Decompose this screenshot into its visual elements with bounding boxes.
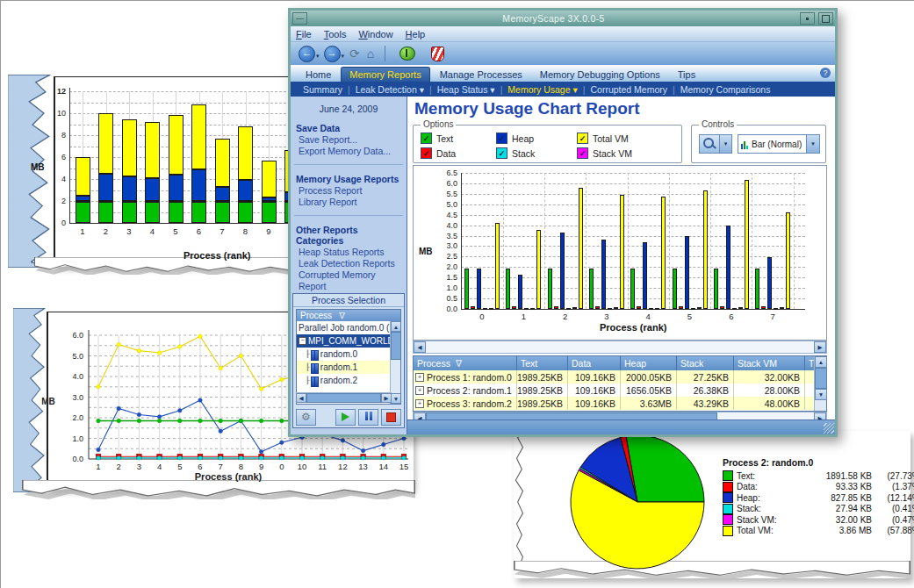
chart-type-select[interactable]: Bar (Normal) ▾ [738, 134, 820, 154]
legend-swatch [723, 504, 733, 514]
column-header-heap[interactable]: Heap [621, 356, 677, 370]
stop-button[interactable] [381, 409, 401, 426]
expand-icon[interactable]: + [415, 373, 424, 382]
halt-button[interactable] [358, 409, 378, 426]
table-row[interactable]: +Process 2: random.11989.25KB109.16KB165… [414, 384, 826, 397]
leak-report-icon[interactable] [431, 47, 444, 61]
process-row[interactable]: ┠random.0 [297, 348, 391, 361]
column-header-text[interactable]: Text [517, 356, 568, 370]
column-header-data[interactable]: Data [568, 356, 621, 370]
help-icon[interactable]: ? [820, 68, 831, 78]
subtab-memory-usage[interactable]: Memory Usage ▾ [507, 84, 577, 95]
subtab-leak-detection[interactable]: Leak Detection ▾ [356, 84, 424, 95]
table-row[interactable]: +Process 1: random.01989.25KB109.16KB200… [414, 370, 826, 384]
zoom-button[interactable] [699, 134, 720, 154]
zoom-dropdown-button[interactable]: ▾ [719, 134, 732, 154]
home-icon[interactable]: ⌂ [367, 47, 374, 61]
scroll-thumb[interactable] [306, 393, 381, 403]
process-row[interactable]: ┠random.1 [297, 361, 391, 374]
checkbox-data[interactable]: ✓ [421, 147, 432, 159]
tree-branch: ┠ [306, 376, 310, 384]
subtab-corrupted-memory[interactable]: Corrupted Memory [590, 84, 667, 95]
minimize-button[interactable] [800, 12, 815, 25]
sidebar-link-leak-detection-reports[interactable]: Leak Detection Reports [299, 258, 401, 269]
filter-icon[interactable]: ∇ [339, 311, 345, 320]
run-button[interactable] [335, 409, 356, 426]
chart-hscrollbar[interactable]: ◀ ▶ [413, 341, 827, 354]
column-header-process[interactable]: Process∇ [414, 356, 517, 370]
process-row[interactable]: −MPI_COMM_WORLD [297, 334, 391, 348]
subtab-summary[interactable]: Summary [303, 84, 342, 95]
table-row[interactable]: +Process 3: random.21989.25KB109.16KB3.6… [414, 397, 826, 410]
forward-button[interactable]: → [324, 46, 341, 62]
scroll-down-icon[interactable]: ▼ [391, 393, 401, 404]
cell-stack_vm: 48.00KB [734, 397, 805, 410]
process-list[interactable]: Process ∇ Parallel Job random.0 (M−MPI_C… [296, 309, 401, 405]
scroll-left-icon[interactable]: ◀ [414, 341, 426, 353]
tab-manage-processes[interactable]: Manage Processes [432, 68, 530, 82]
sidebar-link-save-report-[interactable]: Save Report... [299, 134, 401, 146]
tab-memory-debugging-options[interactable]: Memory Debugging Options [532, 68, 668, 82]
scroll-up-icon[interactable]: ▲ [815, 356, 827, 368]
scroll-thumb[interactable] [391, 332, 401, 360]
option-total-vm[interactable]: ✓Total VM [577, 131, 673, 146]
gridline [69, 103, 291, 104]
menu-tools[interactable]: Tools [324, 29, 347, 39]
gridline [461, 256, 805, 257]
scroll-left-icon[interactable]: ◀ [296, 393, 306, 403]
menu-window[interactable]: Window [358, 29, 392, 39]
tab-home[interactable]: Home [298, 68, 339, 82]
refresh-icon[interactable]: ⟳ [349, 47, 360, 61]
forward-dropdown-icon[interactable]: ▾ [342, 53, 345, 60]
checkbox-text[interactable]: ✓ [421, 133, 432, 144]
window-menu-button[interactable]: — [292, 12, 307, 25]
x-tick-label: 1 [74, 226, 91, 236]
scroll-up-icon[interactable]: ▲ [391, 321, 401, 332]
expand-icon[interactable]: + [415, 399, 424, 408]
option-stack-vm[interactable]: ✓Stack VM [577, 146, 673, 161]
sidebar-link-library-report[interactable]: Library Report [299, 197, 401, 208]
scroll-down-icon[interactable]: ▼ [815, 389, 827, 400]
checkbox-total-vm[interactable]: ✓ [577, 133, 588, 144]
sidebar-link-heap-status-reports[interactable]: Heap Status Reports [299, 247, 401, 258]
process-list-hscrollbar[interactable]: ◀ ▶ [296, 392, 392, 403]
tree-collapse-icon[interactable]: − [299, 337, 306, 345]
table-vscrollbar[interactable]: ▲ ▼ [814, 356, 826, 411]
checkbox-stack-vm[interactable]: ✓ [577, 147, 588, 159]
scroll-right-icon[interactable]: ▶ [381, 393, 392, 403]
process-list-vscrollbar[interactable]: ▲ ▼ [390, 321, 400, 404]
filter-icon[interactable]: ∇ [456, 358, 462, 369]
scroll-right-icon[interactable]: ▶ [814, 341, 826, 353]
sidebar-link-corrupted-memory-report[interactable]: Corrupted Memory Report [299, 269, 401, 292]
option-heap[interactable]: ✓Heap [496, 131, 577, 146]
memory-debug-icon[interactable] [399, 47, 415, 61]
sidebar-link-export-memory-data-[interactable]: Export Memory Data... [299, 146, 401, 157]
checkbox-heap[interactable]: ✓ [496, 133, 507, 144]
option-stack[interactable]: ✓Stack [496, 146, 577, 161]
settings-button[interactable]: ⚙ [296, 409, 316, 426]
tab-memory-reports[interactable]: Memory Reports [341, 67, 429, 82]
column-header-stack-vm[interactable]: Stack VM [734, 356, 805, 370]
option-data[interactable]: ✓Data [421, 146, 496, 161]
memory-table[interactable]: Process∇TextDataHeapStackStack VMT +Proc… [413, 355, 827, 412]
resize-grip[interactable] [824, 423, 834, 434]
back-dropdown-icon[interactable]: ▾ [316, 53, 320, 60]
process-row[interactable]: Parallel Job random.0 (M [297, 321, 391, 334]
maximize-button[interactable] [818, 12, 833, 25]
expand-icon[interactable]: + [415, 386, 424, 395]
chevron-down-icon[interactable]: ▾ [806, 135, 819, 153]
menu-help[interactable]: Help [406, 29, 426, 39]
subtab-memory-comparisons[interactable]: Memory Comparisons [680, 84, 771, 95]
process-list-header[interactable]: Process ∇ [297, 310, 400, 321]
back-button[interactable]: ← [299, 46, 315, 62]
scroll-thumb[interactable] [815, 368, 827, 389]
checkbox-stack[interactable]: ✓ [496, 147, 507, 159]
menu-file[interactable]: File [296, 29, 312, 39]
window-titlebar[interactable]: — MemoryScape 3X.0.0-5 [291, 11, 835, 26]
sidebar-link-process-report[interactable]: Process Report [299, 185, 401, 197]
column-header-stack[interactable]: Stack [677, 356, 734, 370]
process-row[interactable]: ┠random.2 [297, 374, 391, 387]
tab-tips[interactable]: Tips [670, 68, 703, 82]
subtab-heap-status[interactable]: Heap Status ▾ [437, 84, 495, 95]
option-text[interactable]: ✓Text [421, 131, 496, 146]
